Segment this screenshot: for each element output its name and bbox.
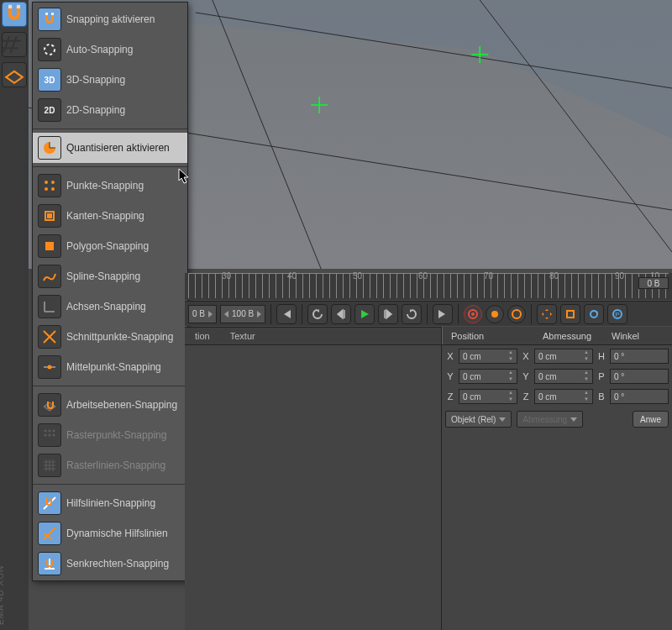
menu-edge-snapping[interactable]: Kanten-Snapping	[33, 201, 187, 231]
gridpoint-icon	[38, 423, 61, 447]
svg-point-14	[45, 181, 48, 184]
menu-dynamic-guides[interactable]: Dynamische Hilfslinien	[33, 518, 187, 549]
menu-workplane-snapping[interactable]: Arbeitsebenen-Snapping	[33, 390, 187, 420]
menu-point-snapping[interactable]: Punkte-Snapping	[33, 171, 187, 201]
svg-rect-10	[17, 5, 20, 8]
pos-z-field[interactable]: 0 cm▲▼	[459, 389, 517, 404]
menu-label: Mittelpunkt-Snapping	[66, 361, 182, 373]
coord-row-y: Y 0 cm▲▼ Y 0 cm▲▼ P 0 °	[442, 367, 672, 386]
menu-auto-snapping[interactable]: Auto-Snapping	[33, 34, 187, 65]
next-frame-button[interactable]	[378, 304, 398, 324]
dim-z-field[interactable]: 0 cm▲▼	[534, 389, 593, 404]
svg-rect-34	[567, 311, 574, 318]
menu-3d-snapping[interactable]: 3D 3D-Snapping	[33, 65, 187, 95]
cursor-icon	[178, 168, 190, 185]
axis-label: Z	[521, 391, 531, 402]
menu-label: Polygon-Snapping	[66, 240, 182, 252]
goto-start-button[interactable]	[276, 304, 297, 324]
transport-bar: 0 B 100 B P	[185, 301, 672, 326]
menu-quantize[interactable]: Quantisieren aktivieren	[33, 133, 187, 163]
2d-icon: 2D	[38, 98, 61, 122]
dim-y-field[interactable]: 0 cm▲▼	[534, 369, 593, 384]
play-button[interactable]	[354, 304, 375, 324]
perpendicular-icon	[38, 552, 61, 575]
menu-intersection-snapping[interactable]: Schnittpunkte-Snapping	[33, 322, 187, 352]
menu-perpendicular-snapping[interactable]: Senkrechten-Snapping	[33, 549, 187, 579]
ruler-tick: 30	[222, 271, 231, 281]
ang-p-field[interactable]: 0 °	[610, 369, 669, 384]
menu-label: Rasterlinien-Snapping	[66, 459, 182, 471]
dimension-dropdown[interactable]: Abmessung	[517, 411, 583, 428]
svg-point-16	[45, 187, 48, 191]
menu-midpoint-snapping[interactable]: Mittelpunkt-Snapping	[33, 352, 187, 382]
intersect-icon	[38, 325, 61, 349]
timeline-end-frame[interactable]: 0 B	[638, 277, 669, 289]
svg-rect-20	[45, 242, 54, 250]
svg-point-25	[53, 430, 55, 433]
menu-gridline-snapping[interactable]: Rasterlinien-Snapping	[33, 450, 187, 480]
ruler-tick: 90	[615, 271, 624, 281]
menu-axis-snapping[interactable]: Achsen-Snapping	[33, 291, 187, 322]
step-fwd-loop-button[interactable]	[402, 304, 422, 324]
prev-frame-button[interactable]	[331, 304, 351, 324]
svg-point-24	[49, 430, 51, 433]
axis-label: P	[596, 371, 606, 381]
ang-b-field[interactable]: 0 °	[610, 389, 669, 404]
menu-label: Snapping aktivieren	[66, 13, 182, 25]
menu-label: Achsen-Snapping	[66, 301, 182, 312]
snap-tool-button[interactable]	[2, 2, 27, 27]
axis-label: B	[596, 391, 606, 402]
timeline[interactable]: 30 40 50 60 70 80 90 10 0 B	[185, 273, 672, 300]
tab-partial[interactable]: tion	[185, 331, 220, 341]
timeline-ruler[interactable]: 30 40 50 60 70 80 90 10 0 B	[188, 273, 669, 298]
axis-label: Y	[521, 371, 531, 381]
coord-row-x: X 0 cm▲▼ X 0 cm▲▼ H 0 °	[442, 347, 672, 365]
magnet-icon	[38, 8, 61, 31]
workplane-tool-button[interactable]	[2, 62, 27, 87]
autokey-button[interactable]	[486, 305, 504, 323]
spline-icon	[38, 265, 61, 288]
tab-textur[interactable]: Textur	[220, 331, 265, 341]
ang-h-field[interactable]: 0 °	[610, 349, 669, 364]
gridline-icon	[38, 454, 61, 477]
svg-point-26	[45, 434, 47, 437]
pos-y-field[interactable]: 0 cm▲▼	[459, 369, 517, 384]
param-key-button[interactable]: P	[607, 304, 627, 324]
dim-x-field[interactable]: 0 cm▲▼	[534, 349, 593, 364]
midpoint-icon	[38, 355, 61, 379]
keyframe-sel-button[interactable]	[507, 305, 526, 323]
step-back-loop-button[interactable]	[307, 304, 328, 324]
apply-button[interactable]: Anwe	[633, 411, 669, 428]
coord-mode-dropdown[interactable]: Objekt (Rel)	[445, 411, 512, 428]
menu-label: Kanten-Snapping	[66, 210, 182, 222]
frame-start-field[interactable]: 0 B	[188, 305, 217, 323]
menu-polygon-snapping[interactable]: Polygon-Snapping	[33, 231, 187, 261]
attribute-panel	[185, 345, 441, 630]
watermark: EMA 4D XON	[0, 565, 5, 625]
menu-2d-snapping[interactable]: 2D 2D-Snapping	[33, 95, 187, 125]
frame-end-field[interactable]: 100 B	[220, 305, 265, 323]
menu-gridpoint-snapping[interactable]: Rasterpunkt-Snapping	[33, 420, 187, 450]
svg-point-27	[49, 434, 51, 437]
menu-guide-snapping[interactable]: Hilfslinien-Snapping	[33, 488, 187, 518]
scale-key-button[interactable]	[560, 304, 580, 324]
svg-point-17	[51, 187, 55, 191]
menu-enable-snapping[interactable]: Snapping aktivieren	[33, 4, 187, 34]
points-icon	[38, 174, 61, 197]
svg-rect-12	[51, 13, 54, 15]
rotate-key-button[interactable]	[584, 304, 604, 324]
ruler-tick: 80	[549, 271, 559, 281]
col-dimension: Abmessung	[534, 327, 603, 344]
pos-x-field[interactable]: 0 cm▲▼	[459, 349, 517, 364]
svg-point-22	[48, 365, 52, 370]
goto-end-button[interactable]	[433, 304, 453, 324]
coord-row-z: Z 0 cm▲▼ Z 0 cm▲▼ B 0 °	[442, 387, 672, 406]
axis-label: H	[596, 351, 606, 361]
move-key-button[interactable]	[537, 304, 557, 324]
menu-label: Spline-Snapping	[66, 270, 182, 282]
record-button[interactable]	[464, 305, 482, 323]
grid-icon	[3, 33, 26, 56]
polygon-icon	[38, 234, 61, 258]
menu-spline-snapping[interactable]: Spline-Snapping	[33, 261, 187, 291]
grid-tool-button[interactable]	[2, 32, 27, 57]
